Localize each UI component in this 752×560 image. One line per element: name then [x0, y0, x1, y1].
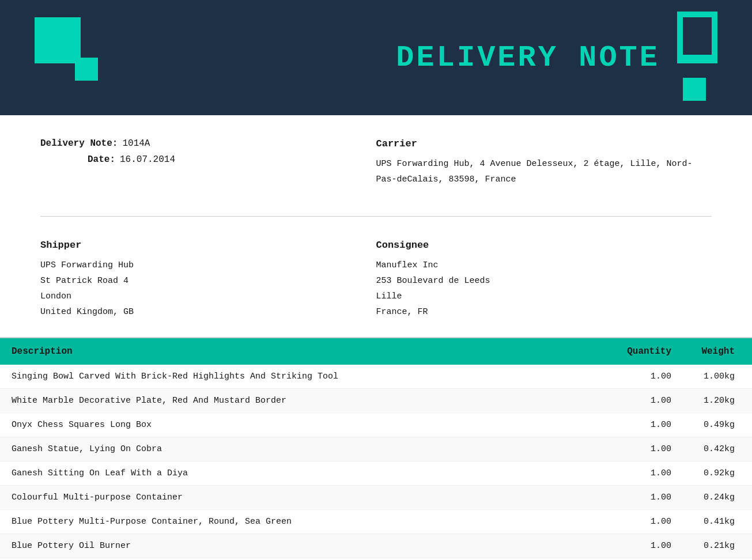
date-label: Date:: [40, 154, 115, 165]
deco-square-right-small: [683, 78, 706, 101]
cell-quantity: 1.00: [608, 389, 683, 413]
date-row: Date: 16.07.2014: [40, 154, 376, 165]
table-row: Blue Pottery Beer Mugs, Set of 2, Royal …: [0, 558, 752, 561]
items-table: Description Quantity Weight Singing Bowl…: [0, 338, 752, 560]
cell-description: Singing Bowl Carved With Brick-Red Highl…: [0, 365, 608, 389]
parties-section: Shipper UPS Forwarding Hub St Patrick Ro…: [0, 234, 752, 337]
delivery-note-label: Delivery Note:: [40, 138, 118, 149]
deco-square-right-inner: [683, 17, 712, 55]
cell-description: Ganesh Sitting On Leaf With a Diya: [0, 461, 608, 486]
table-row: Blue Pottery Oil Burner1.000.21kg: [0, 534, 752, 558]
shipper-line1: UPS Forwarding Hub: [40, 258, 376, 273]
cell-description: Blue Pottery Multi-Purpose Container, Ro…: [0, 510, 608, 534]
shipper-line4: United Kingdom, GB: [40, 304, 376, 320]
cell-weight: 1.20kg: [683, 389, 752, 413]
cell-quantity: 1.00: [608, 365, 683, 389]
delivery-note-value: 1014A: [122, 138, 150, 149]
consignee-line3: Lille: [376, 289, 712, 304]
shipper-section: Shipper UPS Forwarding Hub St Patrick Ro…: [40, 240, 376, 320]
page-header: DELIVERY NOTE: [0, 0, 752, 115]
cell-weight: 0.42kg: [683, 437, 752, 461]
date-value: 16.07.2014: [120, 154, 175, 165]
carrier-title: Carrier: [376, 138, 712, 149]
cell-weight: 0.92kg: [683, 461, 752, 486]
divider-1: [40, 216, 712, 217]
cell-quantity: 1.00: [608, 558, 683, 561]
cell-description: Blue Pottery Beer Mugs, Set of 2, Royal …: [0, 558, 608, 561]
cell-weight: 0.41kg: [683, 510, 752, 534]
cell-quantity: 1.00: [608, 486, 683, 510]
cell-weight: 0.21kg: [683, 534, 752, 558]
items-table-section: Description Quantity Weight Singing Bowl…: [0, 337, 752, 560]
page-title: DELIVERY NOTE: [396, 41, 660, 75]
consignee-line2: 253 Boulevard de Leeds: [376, 273, 712, 289]
cell-weight: 0.49kg: [683, 413, 752, 437]
table-row: Singing Bowl Carved With Brick-Red Highl…: [0, 365, 752, 389]
table-row: Colourful Multi-purpose Container1.000.2…: [0, 486, 752, 510]
table-row: Ganesh Sitting On Leaf With a Diya1.000.…: [0, 461, 752, 486]
table-row: White Marble Decorative Plate, Red And M…: [0, 389, 752, 413]
shipper-address: UPS Forwarding Hub St Patrick Road 4 Lon…: [40, 258, 376, 320]
deco-square-left-large: [35, 17, 81, 63]
carrier-section: Carrier UPS Forwarding Hub, 4 Avenue Del…: [376, 138, 712, 187]
cell-description: Ganesh Statue, Lying On Cobra: [0, 437, 608, 461]
cell-quantity: 1.00: [608, 534, 683, 558]
consignee-title: Consignee: [376, 240, 712, 251]
meta-left: Delivery Note: 1014A Date: 16.07.2014: [40, 138, 376, 187]
cell-description: Onyx Chess Squares Long Box: [0, 413, 608, 437]
meta-section: Delivery Note: 1014A Date: 16.07.2014 Ca…: [0, 115, 752, 210]
col-header-quantity: Quantity: [608, 338, 683, 365]
consignee-section: Consignee Manuflex Inc 253 Boulevard de …: [376, 240, 712, 320]
cell-quantity: 1.00: [608, 437, 683, 461]
cell-quantity: 1.00: [608, 413, 683, 437]
shipper-line2: St Patrick Road 4: [40, 273, 376, 289]
shipper-title: Shipper: [40, 240, 376, 251]
consignee-address: Manuflex Inc 253 Boulevard de Leeds Lill…: [376, 258, 712, 320]
col-header-weight: Weight: [683, 338, 752, 365]
consignee-line4: France, FR: [376, 304, 712, 320]
table-row: Blue Pottery Multi-Purpose Container, Ro…: [0, 510, 752, 534]
cell-quantity: 1.00: [608, 510, 683, 534]
col-header-description: Description: [0, 338, 608, 365]
cell-quantity: 1.00: [608, 461, 683, 486]
cell-description: Blue Pottery Oil Burner: [0, 534, 608, 558]
table-row: Onyx Chess Squares Long Box1.000.49kg: [0, 413, 752, 437]
cell-description: Colourful Multi-purpose Container: [0, 486, 608, 510]
consignee-line1: Manuflex Inc: [376, 258, 712, 273]
shipper-line3: London: [40, 289, 376, 304]
carrier-address: UPS Forwarding Hub, 4 Avenue Delesseux, …: [376, 156, 712, 187]
cell-weight: 0.12kg: [683, 558, 752, 561]
delivery-note-row: Delivery Note: 1014A: [40, 138, 376, 149]
cell-weight: 0.24kg: [683, 486, 752, 510]
cell-description: White Marble Decorative Plate, Red And M…: [0, 389, 608, 413]
table-row: Ganesh Statue, Lying On Cobra1.000.42kg: [0, 437, 752, 461]
table-header-row: Description Quantity Weight: [0, 338, 752, 365]
cell-weight: 1.00kg: [683, 365, 752, 389]
deco-square-left-small: [75, 58, 98, 81]
